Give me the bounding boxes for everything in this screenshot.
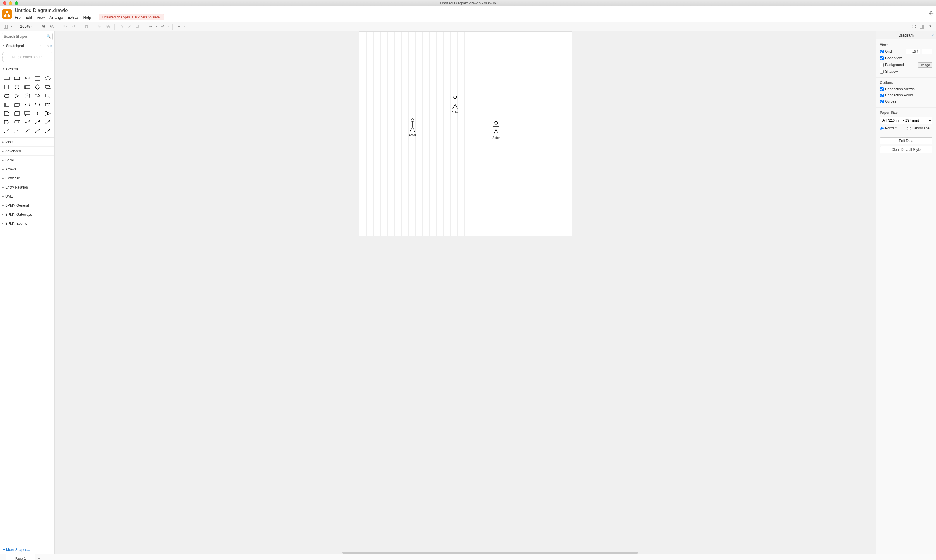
- to-front-button[interactable]: [96, 23, 103, 30]
- category-misc[interactable]: ▸Misc: [0, 138, 54, 147]
- shape-data-storage[interactable]: [12, 118, 22, 126]
- horizontal-scrollbar[interactable]: [342, 552, 638, 554]
- add-page-button[interactable]: +: [35, 556, 43, 560]
- line-color-button[interactable]: [126, 23, 133, 30]
- scratchpad-header[interactable]: ▼ Scratchpad ? + ✎ ×: [0, 42, 54, 50]
- shape-curve[interactable]: [23, 118, 32, 126]
- menu-file[interactable]: File: [15, 15, 21, 20]
- shape-arrow[interactable]: [43, 118, 52, 126]
- category-uml[interactable]: ▸UML: [0, 192, 54, 201]
- shape-note[interactable]: [2, 110, 11, 117]
- shape-textbox[interactable]: [33, 75, 42, 82]
- menu-arrange[interactable]: Arrange: [49, 15, 63, 20]
- pageview-checkbox[interactable]: Page View: [880, 56, 933, 60]
- document-title[interactable]: Untitled Diagram.drawio: [15, 8, 929, 14]
- more-shapes-button[interactable]: + More Shapes...: [0, 545, 54, 554]
- grid-color-swatch[interactable]: [922, 49, 933, 54]
- shape-square[interactable]: [2, 84, 11, 91]
- shape-card[interactable]: [12, 110, 22, 117]
- shape-internal-storage[interactable]: [2, 101, 11, 108]
- shape-tape[interactable]: [43, 101, 52, 108]
- shadow-checkbox[interactable]: Shadow: [880, 69, 933, 74]
- background-checkbox[interactable]: Background: [880, 63, 916, 67]
- shape-rectangle[interactable]: [2, 75, 11, 82]
- undo-button[interactable]: [62, 23, 69, 30]
- shape-process[interactable]: [23, 84, 32, 91]
- actor-shape[interactable]: Actor: [408, 118, 416, 137]
- shape-parallelogram[interactable]: [43, 84, 52, 91]
- shape-or[interactable]: [43, 110, 52, 117]
- canvas-area[interactable]: ActorActorActor: [55, 31, 876, 554]
- page-tab[interactable]: Page-1: [6, 554, 35, 560]
- shape-actor[interactable]: [33, 110, 42, 117]
- shape-dotted-line[interactable]: [12, 128, 22, 134]
- background-image-button[interactable]: Image: [918, 62, 933, 68]
- canvas-page[interactable]: ActorActorActor: [359, 31, 572, 236]
- connection-arrows-checkbox[interactable]: Connection Arrows: [880, 87, 933, 91]
- grid-checkbox[interactable]: Grid: [880, 49, 904, 54]
- close-icon[interactable]: ×: [50, 44, 52, 48]
- scratchpad-dropzone[interactable]: Drag elements here: [2, 52, 52, 62]
- category-advanced[interactable]: ▸Advanced: [0, 147, 54, 156]
- guides-checkbox[interactable]: Guides: [880, 99, 933, 103]
- shape-hexagon[interactable]: [2, 92, 11, 99]
- view-mode-button[interactable]: [2, 23, 9, 30]
- category-entity-relation[interactable]: ▸Entity Relation: [0, 183, 54, 192]
- zoom-out-button[interactable]: [49, 23, 56, 30]
- to-back-button[interactable]: [105, 23, 111, 30]
- connection-points-checkbox[interactable]: Connection Points: [880, 93, 933, 97]
- actor-shape[interactable]: Actor: [451, 95, 459, 114]
- category-bpmn-gateways[interactable]: ▸BPMN Gateways: [0, 210, 54, 219]
- help-icon[interactable]: ?: [40, 44, 42, 48]
- zoom-in-button[interactable]: [40, 23, 47, 30]
- shape-cloud[interactable]: [33, 92, 42, 99]
- shape-rounded-rect[interactable]: [12, 75, 22, 82]
- clear-default-style-button[interactable]: Clear Default Style: [880, 146, 933, 153]
- zoom-level[interactable]: 100% ▼: [19, 24, 34, 29]
- shape-ellipse[interactable]: [43, 75, 52, 82]
- category-bpmn-general[interactable]: ▸BPMN General: [0, 201, 54, 210]
- delete-button[interactable]: [83, 23, 90, 30]
- edit-data-button[interactable]: Edit Data: [880, 137, 933, 145]
- plus-icon[interactable]: +: [43, 44, 45, 48]
- pages-menu-button[interactable]: ⋮: [0, 554, 6, 560]
- menu-help[interactable]: Help: [83, 15, 91, 20]
- shape-line[interactable]: [23, 128, 32, 134]
- menu-view[interactable]: View: [37, 15, 45, 20]
- shape-cylinder[interactable]: [23, 92, 32, 99]
- edit-icon[interactable]: ✎: [46, 44, 49, 48]
- insert-button[interactable]: [176, 23, 182, 30]
- redo-button[interactable]: [70, 23, 77, 30]
- shape-and[interactable]: [2, 118, 11, 126]
- category-basic[interactable]: ▸Basic: [0, 156, 54, 165]
- language-icon[interactable]: [929, 11, 934, 17]
- shape-document[interactable]: [43, 92, 52, 99]
- fullscreen-button[interactable]: [910, 23, 917, 30]
- category-bpmn-events[interactable]: ▸BPMN Events: [0, 219, 54, 228]
- shape-step[interactable]: [23, 101, 32, 108]
- close-icon[interactable]: ×: [931, 33, 934, 37]
- actor-shape[interactable]: Actor: [492, 121, 500, 139]
- shape-triangle[interactable]: [12, 92, 22, 99]
- paper-size-select[interactable]: A4 (210 mm x 297 mm): [880, 117, 933, 124]
- fill-color-button[interactable]: [117, 23, 125, 30]
- shape-trapezoid[interactable]: [33, 101, 42, 108]
- shape-bidirectional-arrow[interactable]: [33, 118, 42, 126]
- waypoint-style-button[interactable]: [159, 23, 166, 30]
- shape-text[interactable]: Text: [23, 75, 32, 82]
- unsaved-changes-button[interactable]: Unsaved changes. Click here to save.: [99, 14, 164, 20]
- collapse-panel-button[interactable]: [927, 23, 934, 30]
- search-shapes-input[interactable]: [2, 33, 52, 40]
- shape-cube[interactable]: [12, 101, 22, 108]
- shape-bidir-connector[interactable]: [33, 128, 42, 134]
- connection-style-button[interactable]: [147, 23, 154, 30]
- shadow-button[interactable]: [134, 23, 141, 30]
- general-header[interactable]: ▼ General: [0, 65, 54, 73]
- category-flowchart[interactable]: ▸Flowchart: [0, 174, 54, 183]
- menu-extras[interactable]: Extras: [68, 15, 79, 20]
- menu-edit[interactable]: Edit: [25, 15, 32, 20]
- landscape-radio[interactable]: Landscape: [907, 126, 933, 130]
- shape-directional-connector[interactable]: [43, 128, 52, 134]
- shape-callout[interactable]: [23, 110, 32, 117]
- shape-dashed-line[interactable]: [2, 128, 11, 134]
